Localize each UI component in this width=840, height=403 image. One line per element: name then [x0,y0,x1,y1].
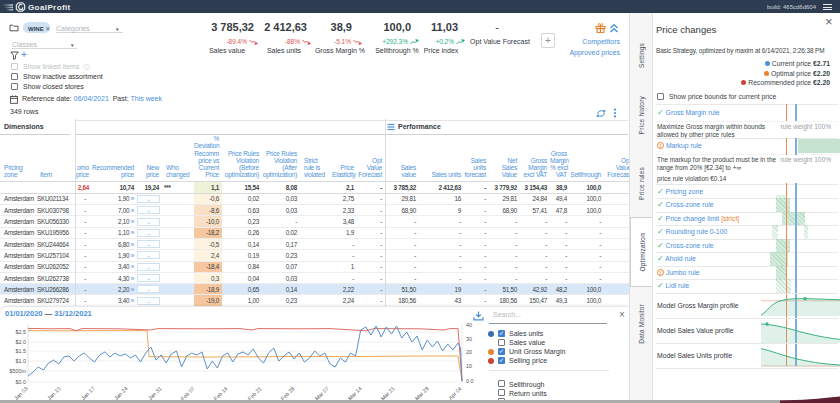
svg-text:$0.0: $0.0 [16,379,27,385]
svg-text:$500m: $500m [10,368,27,374]
svg-text:$1.0: $1.0 [16,358,27,364]
svg-text:Jan 17: Jan 17 [80,385,96,401]
svg-text:Jan 03: Jan 03 [13,385,29,401]
svg-text:Jan 10: Jan 10 [46,385,62,401]
svg-text:Jan 31: Jan 31 [147,385,163,401]
svg-text:$2.0: $2.0 [16,339,27,345]
svg-text:10: 10 [466,363,472,369]
svg-text:$2.5: $2.5 [16,329,27,335]
svg-text:Jan 24: Jan 24 [113,385,129,401]
svg-text:Apr 04: Apr 04 [447,385,462,400]
svg-text:30: 30 [466,336,472,342]
svg-text:20: 20 [466,349,472,355]
svg-text:0.0: 0.0 [466,378,474,384]
svg-text:40: 40 [466,322,472,328]
svg-text:$1.5: $1.5 [16,348,27,354]
